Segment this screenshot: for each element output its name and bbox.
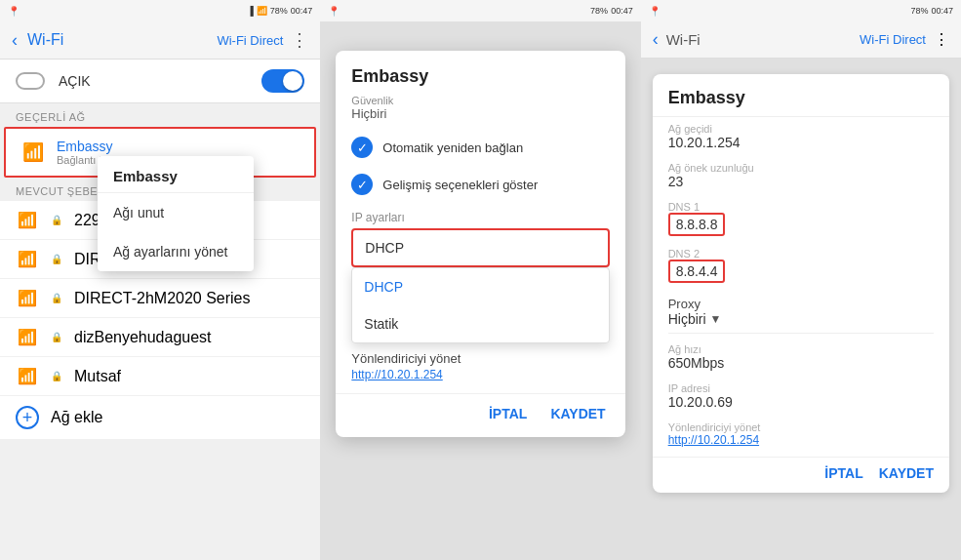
p3-save-button[interactable]: KAYDET bbox=[879, 465, 934, 481]
network-direct2hm-name: DIRECT-2hM2020 Series bbox=[74, 290, 251, 307]
save-button[interactable]: KAYDET bbox=[546, 402, 609, 425]
ip-option-static[interactable]: Statik bbox=[352, 305, 608, 342]
context-menu-title: Embassy bbox=[98, 156, 254, 193]
dns2-label: DNS 2 bbox=[668, 248, 934, 260]
prefix-field: Ağ önek uzunluğu 23 bbox=[653, 156, 949, 195]
signal-bars: 📶 bbox=[257, 6, 267, 16]
embassy-name: Embassy bbox=[57, 139, 131, 154]
context-menu: Embassy Ağı unut Ağ ayarlarını yönet bbox=[98, 156, 254, 271]
dns1-value[interactable]: 8.8.8.8 bbox=[668, 213, 726, 236]
wifi-toggle-label: AÇIK bbox=[59, 73, 91, 89]
security-value: Hiçbiri bbox=[336, 106, 624, 129]
p3-router-label: Yönlendiriciyi yönet bbox=[668, 421, 934, 433]
dns1-label: DNS 1 bbox=[668, 201, 934, 213]
dialog-title: Embassy bbox=[336, 51, 624, 91]
gateway-field: Ağ geçidi 10.20.1.254 bbox=[653, 117, 949, 156]
check-circle-1: ✓ bbox=[351, 137, 373, 158]
advanced-options-label: Gelişmiş seçenekleri göster bbox=[382, 178, 538, 192]
p2-time: 00:47 bbox=[611, 6, 633, 16]
prefix-value: 23 bbox=[668, 174, 934, 189]
proxy-dropdown[interactable]: Hiçbiri ▼ bbox=[668, 311, 934, 327]
forget-network-item[interactable]: Ağı unut bbox=[98, 193, 254, 232]
ip-dropdown-selected[interactable]: DHCP bbox=[351, 228, 609, 267]
p3-overflow-icon[interactable]: ⋮ bbox=[934, 30, 949, 49]
panel3-header: ‹ Wi-Fi Wi-Fi Direct ⋮ bbox=[641, 21, 961, 59]
time-display: 00:47 bbox=[291, 6, 313, 16]
settings-title: Embassy bbox=[653, 74, 949, 117]
p3-loc-icon: 📍 bbox=[649, 6, 661, 17]
panel-wifi-list: 📍 ▐ 📶 78% 00:47 ‹ Wi-Fi Wi-Fi Direct ⋮ A… bbox=[0, 0, 320, 560]
p3-ip-label: IP adresi bbox=[668, 382, 934, 394]
panel-embassy-dialog: 📍 78% 00:47 Embassy Güvenlik Hiçbiri ✓ O… bbox=[320, 0, 640, 560]
p3-ip-value: 10.20.0.69 bbox=[668, 394, 934, 410]
dns2-value[interactable]: 8.8.4.4 bbox=[668, 260, 726, 283]
proxy-label: Proxy bbox=[668, 297, 934, 311]
p3-router-link[interactable]: http://10.20.1.254 bbox=[668, 433, 934, 447]
network-diz-name: dizBenyehudaguest bbox=[74, 329, 212, 346]
auto-reconnect-row[interactable]: ✓ Otomatik yeniden bağlan bbox=[336, 129, 624, 166]
p3-time: 00:47 bbox=[931, 6, 953, 16]
ip-dropdown-menu: DHCP Statik bbox=[351, 267, 609, 343]
wifi-toggle-row: AÇIK bbox=[0, 60, 320, 103]
lock-mutsaf-icon: 🔒 bbox=[51, 371, 62, 381]
wifi-direct-link[interactable]: Wi-Fi Direct bbox=[217, 33, 283, 48]
overflow-menu-icon[interactable]: ⋮ bbox=[291, 29, 308, 51]
sim-icon: ▐ bbox=[247, 6, 253, 16]
embassy-wifi-icon: 📶 bbox=[21, 141, 45, 163]
add-network-item[interactable]: + Ağ ekle bbox=[0, 396, 320, 439]
wifi-diz-icon: 📶 bbox=[16, 328, 39, 346]
ip-dropdown-container: DHCP DHCP Statik bbox=[351, 228, 609, 267]
advanced-options-row[interactable]: ✓ Gelişmiş seçenekleri göster bbox=[336, 166, 624, 203]
p3-battery: 78% bbox=[910, 6, 928, 16]
add-network-label: Ağ ekle bbox=[51, 409, 102, 426]
network-229-name: 229 bbox=[74, 212, 100, 229]
manage-network-item[interactable]: Ağ ayarlarını yönet bbox=[98, 232, 254, 271]
wifi-direct2hm-icon: 📶 bbox=[16, 289, 39, 307]
network-item-diz[interactable]: 📶 🔒 dizBenyehudaguest bbox=[0, 318, 320, 357]
wifi-mutsaf-icon: 📶 bbox=[16, 367, 39, 385]
back-arrow-icon[interactable]: ‹ bbox=[12, 30, 18, 51]
check-circle-2: ✓ bbox=[351, 174, 373, 195]
toggle-circle bbox=[283, 71, 302, 91]
proxy-value: Hiçbiri bbox=[668, 311, 706, 327]
add-network-icon: + bbox=[16, 406, 39, 429]
router-link[interactable]: http://10.20.1.254 bbox=[336, 368, 624, 393]
wifi-header: ‹ Wi-Fi Wi-Fi Direct ⋮ bbox=[0, 21, 320, 60]
location-icon: 📍 bbox=[8, 6, 20, 17]
dialog-actions: İPTAL KAYDET bbox=[336, 393, 624, 437]
network-item-direct2hm[interactable]: 📶 🔒 DIRECT-2hM2020 Series bbox=[0, 279, 320, 318]
embassy-dialog-card: Embassy Güvenlik Hiçbiri ✓ Otomatik yeni… bbox=[336, 51, 624, 437]
router-manage-label: Yönlendiriciyi yönet bbox=[336, 343, 624, 368]
lock-diz-icon: 🔒 bbox=[51, 332, 62, 342]
lock-direct2hm-icon: 🔒 bbox=[51, 293, 62, 303]
prefix-label: Ağ önek uzunluğu bbox=[668, 162, 934, 174]
lock-229-icon: 🔒 bbox=[51, 215, 62, 225]
p3-ip-field: IP adresi 10.20.0.69 bbox=[653, 377, 949, 416]
proxy-arrow-icon: ▼ bbox=[710, 312, 722, 326]
wifi-directdf-icon: 📶 bbox=[16, 250, 39, 268]
status-bar-2: 📍 78% 00:47 bbox=[320, 0, 640, 21]
ip-settings-label: IP ayarları bbox=[336, 203, 624, 228]
network-item-mutsaf[interactable]: 📶 🔒 Mutsaf bbox=[0, 357, 320, 396]
status-icons: ▐ 📶 78% 00:47 bbox=[247, 6, 312, 16]
lock-directdf-icon: 🔒 bbox=[51, 254, 62, 264]
p3-back-icon[interactable]: ‹ bbox=[653, 29, 659, 50]
p3-direct-label[interactable]: Wi-Fi Direct bbox=[860, 32, 926, 47]
status-bar-1: 📍 ▐ 📶 78% 00:47 bbox=[0, 0, 320, 21]
p2-battery: 78% bbox=[590, 6, 608, 16]
gateway-label: Ağ geçidi bbox=[668, 123, 934, 135]
current-network-section-header: GEÇERLİ AĞ bbox=[0, 103, 320, 127]
wifi-229-icon: 📶 bbox=[16, 211, 39, 229]
p3-status-icons: 78% 00:47 bbox=[910, 6, 953, 16]
proxy-row: Proxy Hiçbiri ▼ bbox=[653, 289, 949, 329]
p3-cancel-button[interactable]: İPTAL bbox=[824, 465, 862, 481]
p2-status-icons: 78% 00:47 bbox=[590, 6, 633, 16]
settings-card: Embassy Ağ geçidi 10.20.1.254 Ağ önek uz… bbox=[653, 74, 949, 493]
dns1-field: DNS 1 8.8.8.8 bbox=[653, 195, 949, 242]
cancel-button[interactable]: İPTAL bbox=[485, 402, 531, 425]
settings-actions: İPTAL KAYDET bbox=[653, 457, 949, 493]
wifi-toggle-switch[interactable] bbox=[261, 69, 304, 93]
network-mutsaf-name: Mutsaf bbox=[74, 368, 121, 385]
p3-speed-label: Ağ hızı bbox=[668, 343, 934, 355]
ip-option-dhcp[interactable]: DHCP bbox=[352, 268, 608, 305]
